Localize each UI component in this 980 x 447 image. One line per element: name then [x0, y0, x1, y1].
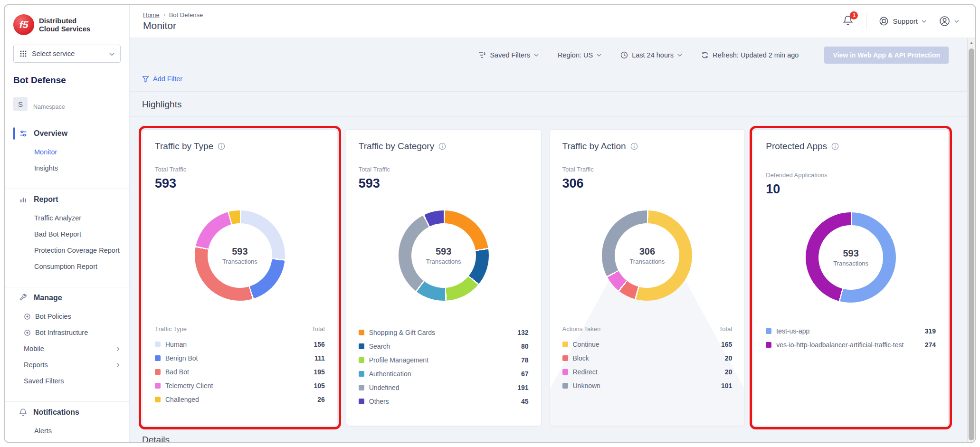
metric-value: 306 [562, 176, 733, 191]
donut-center-value: 593 [232, 246, 247, 257]
scrollbar-thumb[interactable] [969, 48, 974, 440]
sidebar-item-alerts[interactable]: Alerts [5, 423, 129, 439]
donut-chart[interactable]: 593 Transactions [195, 210, 285, 301]
view-in-waap-button[interactable]: View in Web App & API Protection [824, 47, 949, 64]
legend-item[interactable]: Challenged26 [155, 392, 325, 406]
region-dropdown[interactable]: Region: US [558, 51, 601, 59]
metric-label: Total Traffic [562, 166, 733, 173]
sidebar-item-mobile[interactable]: Mobile [5, 341, 129, 357]
donut-chart[interactable]: 593 Transactions [399, 210, 489, 301]
legend-swatch [359, 371, 364, 377]
legend-swatch [359, 343, 364, 349]
sidebar-item-label: Manage [34, 294, 62, 302]
breadcrumb-home-link[interactable]: Home [143, 11, 160, 19]
legend-swatch [359, 357, 364, 363]
card-title: Traffic by Action [562, 141, 626, 152]
notification-count-badge: 1 [850, 11, 858, 19]
legend-swatch [562, 355, 568, 361]
legend-item[interactable]: ves-io-http-loadbalancer-artificial-traf… [766, 338, 936, 352]
notifications-bell-button[interactable]: 1 [842, 15, 854, 28]
sidebar: f5 Distributed Cloud Services Select ser… [5, 5, 130, 442]
support-menu[interactable]: Support [879, 16, 926, 26]
breadcrumb-section: Bot Defense [169, 11, 203, 19]
donut-chart[interactable]: 593 Transactions [806, 212, 896, 303]
scrollbar-up-arrow[interactable]: ▲ [968, 38, 975, 48]
sidebar-item-insights[interactable]: Insights [5, 160, 129, 176]
legend-item[interactable]: Profile Management78 [359, 353, 529, 367]
legend-swatch [155, 342, 161, 347]
sidebar-item-report[interactable]: Report [5, 189, 129, 210]
donut-center-label: Transactions [426, 258, 461, 265]
legend: Shopping & Gift Cards132 Search80 Profil… [359, 325, 529, 408]
sidebar-item-reports[interactable]: Reports [5, 357, 129, 373]
support-icon [879, 16, 889, 26]
card-traffic-by-type: Traffic by Type Total Traffic 593 593 Tr… [142, 129, 338, 426]
namespace-initial-badge[interactable]: S [13, 97, 28, 111]
info-icon[interactable] [831, 143, 839, 150]
donut-chart[interactable]: 306 Transactions [602, 210, 692, 301]
legend-header: Traffic Type [155, 325, 187, 333]
refresh-button[interactable]: Refresh: Updated 2 min ago [701, 51, 799, 59]
legend-swatch [766, 328, 771, 334]
sidebar-item-monitor[interactable]: Monitor [5, 144, 129, 160]
sidebar-item-bot-policies[interactable]: Bot Policies [5, 308, 129, 324]
vertical-scrollbar[interactable]: ▲ [967, 38, 975, 442]
sidebar-item-consumption-report[interactable]: Consumption Report [5, 258, 129, 275]
legend-item[interactable]: Bad Bot195 [155, 365, 325, 379]
metric-label: Defended Applications [766, 171, 936, 179]
legend-item[interactable]: Benign Bot111 [155, 351, 325, 365]
legend-item[interactable]: Unknown101 [562, 379, 733, 392]
donut-center-value: 306 [639, 246, 655, 257]
sidebar-item-manage[interactable]: Manage [5, 287, 129, 308]
sidebar-item-audit-logs[interactable]: Audit Logs [5, 439, 129, 443]
legend-item[interactable]: Redirect20 [562, 365, 733, 379]
add-filter-button[interactable]: Add Filter [142, 75, 182, 83]
legend-swatch [155, 369, 161, 375]
namespace-selector[interactable]: S Namespace [13, 97, 121, 111]
legend-item[interactable]: Shopping & Gift Cards132 [359, 325, 529, 339]
highlights-heading: Highlights [142, 99, 949, 110]
legend-item[interactable]: Human156 [155, 337, 325, 351]
legend-item[interactable]: Continue165 [562, 337, 733, 351]
legend-item[interactable]: Telemetry Client105 [155, 379, 325, 392]
legend-swatch [359, 385, 364, 390]
main-area: Home › Bot Defense Monitor 1 [130, 5, 975, 442]
chevron-right-icon [116, 346, 120, 352]
legend-item[interactable]: Undefined191 [359, 380, 529, 394]
info-icon[interactable] [438, 143, 446, 150]
legend-item[interactable]: Authentication67 [359, 367, 529, 380]
saved-filters-dropdown[interactable]: Saved Filters [478, 51, 539, 59]
info-icon[interactable] [218, 143, 225, 150]
sidebar-item-saved-filters[interactable]: Saved Filters [5, 373, 129, 389]
card-title: Traffic by Category [359, 141, 434, 152]
donut-center-value: 593 [436, 246, 451, 257]
report-icon [19, 195, 28, 204]
info-icon[interactable] [630, 143, 638, 150]
sidebar-item-notifications[interactable]: Notifications [5, 402, 129, 423]
time-range-dropdown[interactable]: Last 24 hours [620, 51, 682, 59]
legend-item[interactable]: test-us-app319 [766, 324, 936, 338]
sidebar-item-overview[interactable]: Overview [5, 123, 129, 144]
brand-logo: f5 Distributed Cloud Services [5, 12, 129, 37]
legend-swatch [155, 397, 161, 402]
chevron-down-icon [597, 54, 601, 57]
sidebar-item-label: Notifications [33, 408, 79, 417]
clock-icon [620, 51, 628, 59]
sidebar-item-bot-infrastructure[interactable]: Bot Infrastructure [5, 324, 129, 341]
brand-line2: Cloud Services [39, 25, 90, 33]
top-bar: Home › Bot Defense Monitor 1 [130, 5, 975, 38]
legend-swatch [766, 342, 771, 348]
legend-item[interactable]: Block20 [562, 351, 733, 365]
sidebar-item-protection-coverage-report[interactable]: Protection Coverage Report [5, 242, 129, 258]
legend: test-us-app319 ves-io-http-loadbalancer-… [766, 324, 936, 352]
donut-center-label: Transactions [833, 260, 868, 267]
donut-center-value: 593 [843, 248, 858, 259]
legend-item[interactable]: Search80 [359, 339, 529, 353]
legend-item[interactable]: Others45 [359, 394, 529, 408]
sidebar-item-traffic-analyzer[interactable]: Traffic Analyzer [5, 210, 129, 226]
sidebar-item-bad-bot-report[interactable]: Bad Bot Report [5, 226, 129, 242]
legend-swatch [359, 330, 364, 335]
user-menu[interactable] [939, 15, 959, 27]
select-service-dropdown[interactable]: Select service [13, 45, 121, 63]
legend-total-header: Total [312, 325, 324, 333]
